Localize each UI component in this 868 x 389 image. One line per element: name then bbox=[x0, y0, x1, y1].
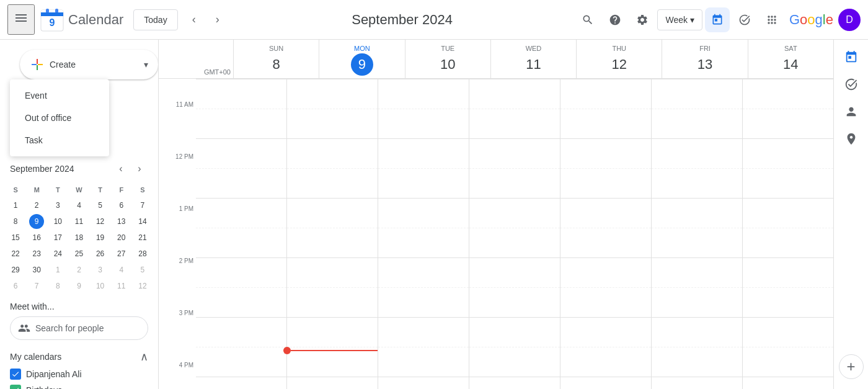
hour-line bbox=[560, 198, 651, 199]
mini-cal-day[interactable]: 6 bbox=[5, 278, 26, 294]
mini-cal-day[interactable]: 19 bbox=[90, 230, 111, 246]
mini-cal-day[interactable]: 13 bbox=[111, 213, 132, 230]
mini-cal-day[interactable]: 24 bbox=[47, 246, 68, 262]
mini-cal-day[interactable]: 26 bbox=[90, 246, 111, 262]
day-col-sun[interactable]: SUN 8 bbox=[233, 40, 319, 78]
grid-col-6[interactable] bbox=[742, 79, 833, 389]
grid-col-0[interactable] bbox=[196, 79, 286, 389]
calendar-checkbox-dipanjenah[interactable] bbox=[10, 369, 21, 380]
mini-cal-day[interactable]: 5 bbox=[90, 197, 111, 213]
mini-cal-day[interactable]: 5 bbox=[132, 262, 153, 278]
hour-line bbox=[287, 287, 378, 288]
mini-cal-day[interactable]: 8 bbox=[5, 213, 26, 230]
day-col-sat[interactable]: SAT 14 bbox=[748, 40, 833, 78]
mini-cal-day[interactable]: 4 bbox=[68, 197, 89, 213]
hour-line bbox=[378, 109, 469, 109]
grid-col-2[interactable] bbox=[378, 79, 469, 389]
mini-cal-day[interactable]: 28 bbox=[132, 246, 153, 262]
mini-cal-day[interactable]: 11 bbox=[68, 213, 89, 230]
mini-cal-day[interactable]: 25 bbox=[68, 246, 89, 262]
mini-cal-next[interactable]: › bbox=[131, 160, 148, 177]
day-col-wed[interactable]: WED 11 bbox=[490, 40, 576, 78]
day-col-fri[interactable]: FRI 13 bbox=[662, 40, 747, 78]
grid-col-1[interactable] bbox=[286, 79, 378, 389]
hour-line bbox=[652, 377, 742, 377]
hour-line bbox=[378, 228, 469, 228]
right-calendar-icon[interactable] bbox=[839, 45, 864, 69]
prev-button[interactable]: ‹ bbox=[183, 9, 205, 31]
mini-cal-day[interactable]: 27 bbox=[111, 246, 132, 262]
mini-cal-grid: S M T W T F S 12345678910111213141516171… bbox=[5, 182, 153, 294]
mini-cal-day[interactable]: 17 bbox=[47, 230, 68, 246]
mini-cal-day[interactable]: 23 bbox=[26, 246, 47, 262]
day-col-thu[interactable]: THU 12 bbox=[576, 40, 662, 78]
mini-cal-day[interactable]: 10 bbox=[90, 278, 111, 294]
mini-cal-day[interactable]: 11 bbox=[111, 278, 132, 294]
mini-cal-day[interactable]: 7 bbox=[26, 278, 47, 294]
day-col-mon[interactable]: MON 9 bbox=[319, 40, 404, 78]
calendar-checkbox-birthdays[interactable] bbox=[10, 385, 21, 389]
mini-cal-day[interactable]: 2 bbox=[68, 262, 89, 278]
grid-col-5[interactable] bbox=[651, 79, 742, 389]
hour-line bbox=[652, 347, 742, 347]
dropdown-item-out-of-office[interactable]: Out of office bbox=[10, 107, 109, 129]
hour-line bbox=[469, 317, 560, 318]
right-tasks-icon[interactable] bbox=[839, 72, 864, 97]
right-contacts-icon[interactable] bbox=[839, 99, 864, 124]
mini-cal-day[interactable]: 3 bbox=[90, 262, 111, 278]
mini-cal-day[interactable]: 9 bbox=[26, 213, 47, 230]
mini-cal-day[interactable]: 16 bbox=[26, 230, 47, 246]
hour-line bbox=[469, 168, 560, 169]
mini-cal-day[interactable]: 6 bbox=[111, 197, 132, 213]
mini-cal-day[interactable]: 20 bbox=[111, 230, 132, 246]
mini-cal-day[interactable]: 21 bbox=[132, 230, 153, 246]
apps-button[interactable] bbox=[760, 7, 784, 32]
right-map-icon[interactable] bbox=[839, 127, 864, 151]
settings-button[interactable] bbox=[630, 7, 655, 32]
mini-cal-prev[interactable]: ‹ bbox=[112, 160, 130, 177]
right-add-button[interactable]: + bbox=[839, 354, 864, 379]
help-button[interactable] bbox=[603, 7, 627, 32]
user-avatar[interactable]: D bbox=[838, 9, 861, 31]
current-time-indicator bbox=[287, 347, 378, 354]
mini-cal-day[interactable]: 1 bbox=[5, 197, 26, 213]
tasks-check-button[interactable] bbox=[732, 7, 757, 32]
collapse-calendars-button[interactable]: ∧ bbox=[140, 350, 148, 364]
hour-line bbox=[560, 317, 651, 318]
grid-col-3[interactable] bbox=[469, 79, 560, 389]
dropdown-item-event[interactable]: Event bbox=[10, 84, 109, 107]
mini-cal-day[interactable]: 4 bbox=[111, 262, 132, 278]
mini-cal-day[interactable]: 9 bbox=[68, 278, 89, 294]
mini-cal-day[interactable]: 29 bbox=[5, 262, 26, 278]
menu-button[interactable] bbox=[7, 4, 35, 35]
weekday-header-s2: S bbox=[132, 182, 153, 197]
next-button[interactable]: › bbox=[206, 9, 229, 31]
day-col-tue[interactable]: TUE 10 bbox=[405, 40, 490, 78]
hour-line bbox=[196, 317, 286, 318]
calendar-item-dipanjenah[interactable]: Dipanjenah Ali bbox=[10, 366, 148, 382]
mini-cal-day[interactable]: 18 bbox=[68, 230, 89, 246]
mini-cal-day[interactable]: 12 bbox=[90, 213, 111, 230]
mini-cal-day[interactable]: 8 bbox=[47, 278, 68, 294]
dropdown-item-task[interactable]: Task bbox=[10, 129, 109, 151]
mini-cal-day[interactable]: 1 bbox=[47, 262, 68, 278]
calendar-view-button[interactable] bbox=[705, 7, 730, 32]
search-people-button[interactable]: Search for people bbox=[10, 316, 148, 340]
search-button[interactable] bbox=[575, 7, 600, 32]
mini-cal-day[interactable]: 7 bbox=[132, 197, 153, 213]
today-button[interactable]: Today bbox=[133, 9, 177, 30]
grid-col-4[interactable] bbox=[560, 79, 651, 389]
mini-cal-day[interactable]: 3 bbox=[47, 197, 68, 213]
create-button[interactable]: Create ▾ bbox=[20, 50, 158, 79]
mini-cal-day[interactable]: 2 bbox=[26, 197, 47, 213]
mini-cal-day[interactable]: 12 bbox=[132, 278, 153, 294]
mini-cal-day[interactable]: 14 bbox=[132, 213, 153, 230]
calendar-item-birthdays[interactable]: Birthdays bbox=[10, 382, 148, 389]
view-selector[interactable]: Week ▾ bbox=[657, 9, 702, 30]
mini-cal-day[interactable]: 22 bbox=[5, 246, 26, 262]
view-dropdown-icon: ▾ bbox=[690, 15, 694, 25]
mini-cal-day[interactable]: 30 bbox=[26, 262, 47, 278]
time-label bbox=[159, 336, 196, 365]
mini-cal-day[interactable]: 15 bbox=[5, 230, 26, 246]
mini-cal-day[interactable]: 10 bbox=[47, 213, 68, 230]
